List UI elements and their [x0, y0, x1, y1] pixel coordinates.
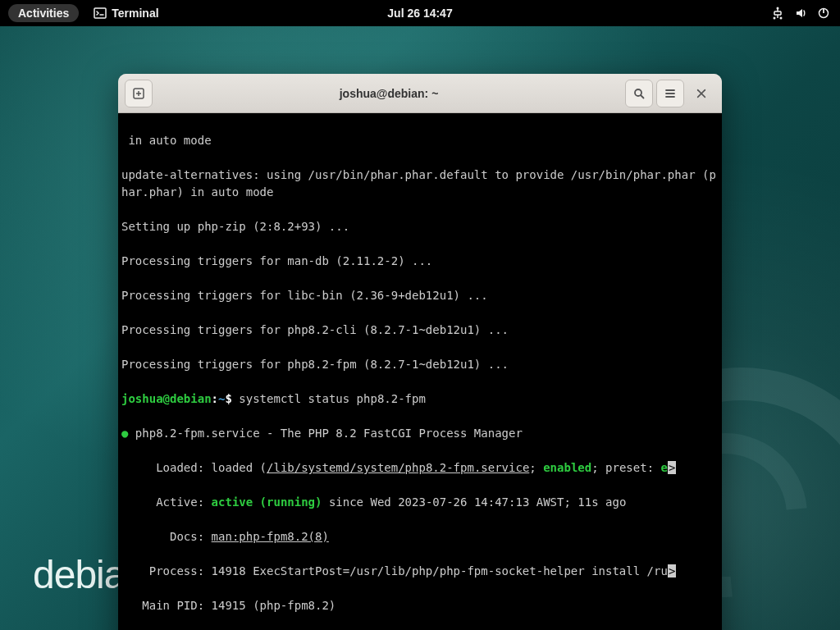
- new-tab-button[interactable]: [125, 80, 153, 107]
- truncation-indicator: >: [668, 461, 676, 474]
- output-line: Processing triggers for libc-bin (2.36-9…: [118, 287, 722, 304]
- search-button[interactable]: [625, 80, 653, 107]
- output-line: Processing triggers for man-db (2.11.2-2…: [118, 253, 722, 270]
- hamburger-menu-button[interactable]: [656, 80, 684, 107]
- svg-rect-0: [94, 8, 106, 18]
- prompt-user-host: joshua@debian: [121, 392, 212, 405]
- terminal-window: joshua@debian: ~ in auto mode update-alt…: [118, 74, 722, 630]
- command-text: systemctl status php8.2-fpm: [239, 392, 426, 405]
- svg-point-3: [780, 17, 783, 20]
- prompt-line: joshua@debian:~$ systemctl status php8.2…: [118, 390, 722, 408]
- window-titlebar[interactable]: joshua@debian: ~: [118, 74, 722, 113]
- volume-icon[interactable]: [794, 7, 807, 20]
- terminal-scrollbar[interactable]: [712, 113, 720, 630]
- output-line: Processing triggers for php8.2-cli (8.2.…: [118, 322, 722, 339]
- service-header: ● php8.2-fpm.service - The PHP 8.2 FastC…: [118, 425, 722, 442]
- svg-point-2: [774, 17, 776, 20]
- truncation-indicator: >: [668, 564, 676, 578]
- active-line: Active: active (running) since Wed 2023-…: [118, 494, 722, 511]
- output-line: Setting up php-zip (2:8.2+93) ...: [118, 218, 722, 235]
- terminal-body[interactable]: in auto mode update-alternatives: using …: [118, 113, 722, 630]
- svg-line-10: [641, 95, 644, 98]
- network-icon[interactable]: [771, 7, 784, 20]
- mainpid-line: Main PID: 14915 (php-fpm8.2): [118, 597, 722, 614]
- process-line: Process: 14918 ExecStartPost=/usr/lib/ph…: [118, 563, 722, 580]
- clock[interactable]: Jul 26 14:47: [387, 7, 452, 20]
- active-app-indicator[interactable]: Terminal: [94, 7, 158, 20]
- svg-point-1: [777, 7, 779, 10]
- close-button[interactable]: [687, 80, 715, 107]
- output-line: in auto mode: [118, 132, 722, 149]
- power-icon[interactable]: [817, 7, 830, 20]
- docs-line: Docs: man:php-fpm8.2(8): [118, 528, 722, 546]
- terminal-app-icon: [94, 7, 107, 20]
- window-title: joshua@debian: ~: [156, 87, 622, 100]
- activities-button[interactable]: Activities: [8, 4, 79, 22]
- gnome-top-bar: Activities Terminal Jul 26 14:47: [0, 0, 840, 26]
- system-tray[interactable]: [771, 7, 830, 20]
- active-app-name: Terminal: [112, 7, 158, 20]
- loaded-line: Loaded: loaded (/lib/systemd/system/php8…: [118, 459, 722, 477]
- output-line: update-alternatives: using /usr/bin/phar…: [118, 167, 722, 201]
- output-line: Processing triggers for php8.2-fpm (8.2.…: [118, 356, 722, 373]
